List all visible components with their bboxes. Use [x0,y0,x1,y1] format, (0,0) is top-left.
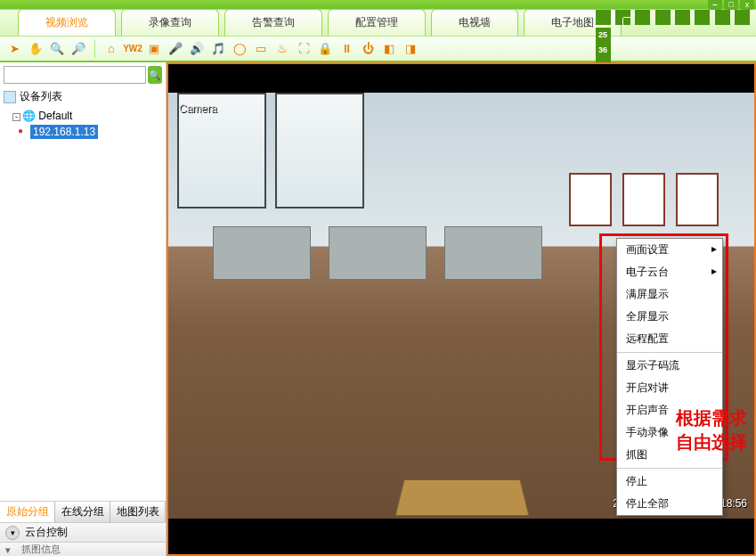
layout-8[interactable] [655,10,671,25]
cm-stop-all[interactable]: 停止全部 [617,493,722,515]
cm-fit-screen[interactable]: 满屏显示 [617,283,722,306]
snapshot-panel: ▾ 抓图信息 [0,542,166,556]
pointer-icon[interactable]: ➤ [5,40,23,58]
device-list-label: 设备列表 [20,89,62,104]
zoom-in-icon[interactable]: 🔍 [48,40,66,58]
cube2-icon[interactable]: ◨ [402,40,419,58]
cm-start-audio[interactable]: 开启声音 [617,399,722,421]
cm-display-settings[interactable]: 画面设置 [617,239,722,261]
ptz-toggle-icon[interactable]: ▾ [5,526,20,540]
layout-4[interactable] [615,10,630,25]
layout-25[interactable]: 25 [596,28,611,43]
layout-36[interactable]: 36 [596,43,611,58]
cm-separator [617,468,722,469]
tab-tv-wall[interactable]: 电视墙 [431,9,518,36]
sidebar: 🔍 设备列表 -🌐 Default 192.168.1.13 原始分组 在线分组… [0,62,167,556]
pause-icon[interactable]: ⏸ [337,40,355,58]
yw2-icon[interactable]: YW2 [124,40,142,58]
device-list-header: 设备列表 [0,87,166,106]
hand-icon[interactable]: ✋ [27,40,45,58]
layout-9[interactable] [675,10,690,25]
note-icon[interactable]: 🎵 [209,40,227,58]
layout-20[interactable] [735,10,750,25]
maximize-button[interactable]: □ [724,0,738,10]
tab-config-mgmt[interactable]: 配置管理 [328,9,426,36]
cm-eptz[interactable]: 电子云台 [617,261,722,283]
video-viewport[interactable]: Camera 2018-01-01 星期一 00:18:56 画面设置 电子云台… [167,62,756,556]
group-tab-online[interactable]: 在线分组 [55,502,110,522]
device-tree[interactable]: -🌐 Default 192.168.1.13 [0,106,166,501]
close-button[interactable]: x [740,0,754,10]
cm-substream[interactable]: 显示子码流 [617,355,722,377]
cm-snapshot[interactable]: 抓图 [617,444,722,466]
layout-13[interactable] [695,10,710,25]
camera-label: Camera [179,102,217,115]
group-tab-original[interactable]: 原始分组 [0,502,55,522]
photo-icon[interactable]: ▣ [145,40,163,58]
lock-icon[interactable]: 🔒 [316,40,334,58]
cm-stop[interactable]: 停止 [617,470,722,493]
cm-manual-record[interactable]: 手动录像 [617,421,722,444]
toolbar: ➤ ✋ 🔍 🔎 ⌂ YW2 ▣ 🎤 🔊 🎵 ◯ ▭ ♨ ⛶ 🔒 ⏸ ⏻ ◧ ◨ … [0,36,756,62]
speaker-icon[interactable]: 🔊 [188,40,206,58]
layout-16[interactable] [715,10,730,25]
tree-node-camera[interactable]: 192.168.1.13 [4,124,162,140]
zoom-out-icon[interactable]: 🔎 [69,40,87,58]
ptz-label: 云台控制 [25,525,68,540]
separator [94,40,95,58]
power-icon[interactable]: ⏻ [359,40,377,58]
house-icon[interactable]: ⌂ [102,40,120,58]
cm-remote-config[interactable]: 远程配置 [617,328,722,350]
tab-alarm-query[interactable]: 告警查询 [224,9,322,36]
snapshot-toggle-icon[interactable]: ▾ [5,544,16,555]
cm-separator [617,352,722,353]
expand-icon[interactable]: ⛶ [295,40,313,58]
tree-root[interactable]: -🌐 Default [4,108,162,124]
title-bar: ‒ □ x [0,0,756,9]
search-button[interactable]: 🔍 [148,66,162,84]
ptz-panel: ▾ 云台控制 [0,522,166,542]
tab-playback-query[interactable]: 录像查询 [121,9,219,36]
search-input[interactable] [4,66,146,84]
cm-start-talk[interactable]: 开启对讲 [617,377,722,399]
snapshot-label: 抓图信息 [21,543,61,556]
group-tabs: 原始分组 在线分组 地图列表 [0,501,166,522]
tab-video-preview[interactable]: 视频浏览 [18,9,116,36]
layout-1[interactable] [596,10,611,25]
cm-full-screen[interactable]: 全屏显示 [617,306,722,328]
fire-icon[interactable]: ♨ [273,40,291,58]
layout-6[interactable] [635,10,650,25]
minimize-button[interactable]: ‒ [708,0,722,10]
lens-icon[interactable]: ◯ [231,40,248,58]
mic-icon[interactable]: 🎤 [167,40,184,58]
device-list-icon [4,91,16,103]
cube-icon[interactable]: ◧ [380,40,398,58]
group-tab-maplist[interactable]: 地图列表 [110,502,166,522]
context-menu: 画面设置 电子云台 满屏显示 全屏显示 远程配置 显示子码流 开启对讲 开启声音… [616,238,723,516]
frame-icon[interactable]: ▭ [252,40,270,58]
